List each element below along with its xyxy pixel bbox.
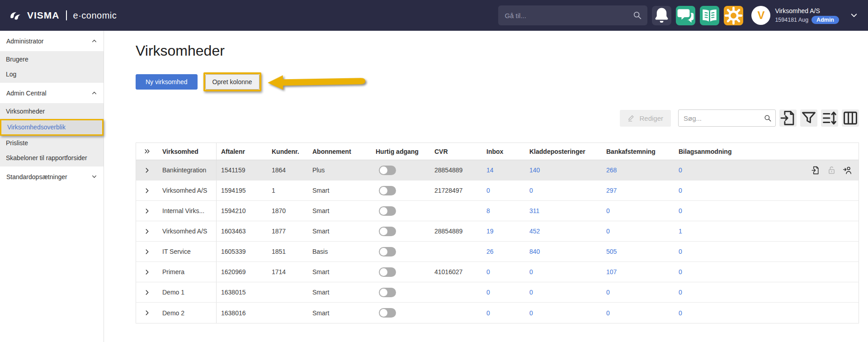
chevron-right-icon[interactable] xyxy=(144,309,151,316)
kladdeposteringer-link[interactable]: 452 xyxy=(529,228,540,235)
file-import-icon[interactable] xyxy=(811,166,821,175)
chevron-right-icon[interactable] xyxy=(144,289,151,296)
search-icon[interactable] xyxy=(632,10,642,20)
hurtig-adgang-toggle[interactable] xyxy=(379,166,396,175)
bilagsanmodning-link[interactable]: 0 xyxy=(679,268,682,276)
chevron-down-icon[interactable] xyxy=(850,11,858,19)
bankafstemning-link[interactable]: 297 xyxy=(606,187,617,194)
help-book-button[interactable] xyxy=(700,6,719,25)
sidebar-item-brugere[interactable]: Brugere xyxy=(0,52,104,67)
bankafstemning-link[interactable]: 268 xyxy=(606,166,617,174)
kladdeposteringer-link[interactable]: 0 xyxy=(529,289,533,296)
table-row[interactable]: Primera16209691714Smart41016027001070 xyxy=(136,262,859,282)
hurtig-adgang-toggle[interactable] xyxy=(379,247,396,256)
sidebar-item-skabeloner-til-rapportforsider[interactable]: Skabeloner til rapportforsider xyxy=(0,151,104,166)
inbox-link[interactable]: 0 xyxy=(486,289,490,296)
cell-hurtig-adgang xyxy=(371,247,430,256)
table-row[interactable]: Demo 11638015Smart0000 xyxy=(136,282,859,303)
opret-kolonne-button[interactable]: Opret kolonne xyxy=(205,74,259,90)
column-header-inbox: Inbox xyxy=(482,148,525,155)
sidebar-header-admin-central[interactable]: Admin Central xyxy=(0,83,104,103)
ny-virksomhed-button[interactable]: Ny virksomhed xyxy=(136,74,198,90)
chevron-right-icon[interactable] xyxy=(144,269,151,276)
table-row[interactable]: Bankintegration15411591864Plus2885488914… xyxy=(136,160,859,180)
hurtig-adgang-toggle[interactable] xyxy=(379,308,396,318)
table-search-input[interactable] xyxy=(678,109,776,127)
cell-hurtig-adgang xyxy=(371,288,430,297)
kladdeposteringer-link[interactable]: 0 xyxy=(529,309,533,317)
chevron-right-icon[interactable] xyxy=(144,187,151,194)
inbox-link[interactable]: 0 xyxy=(486,268,490,276)
bilagsanmodning-link[interactable]: 1 xyxy=(679,228,682,235)
kladdeposteringer-link[interactable]: 311 xyxy=(529,207,539,214)
cell-aftalenr: 1541159 xyxy=(217,166,267,174)
kladdeposteringer-link[interactable]: 0 xyxy=(529,187,533,194)
sidebar-item-log[interactable]: Log xyxy=(0,67,104,82)
hurtig-adgang-toggle[interactable] xyxy=(379,227,396,236)
sidebar-item-virksomheder[interactable]: Virksomheder xyxy=(0,104,104,119)
hurtig-adgang-toggle[interactable] xyxy=(379,206,396,216)
sidebar-header-administrator[interactable]: Administrator xyxy=(0,31,104,51)
bilagsanmodning-link[interactable]: 0 xyxy=(679,309,682,317)
inbox-link[interactable]: 0 xyxy=(486,187,490,194)
filter-button[interactable] xyxy=(800,109,817,127)
columns-button[interactable] xyxy=(842,109,859,127)
bankafstemning-link[interactable]: 0 xyxy=(606,207,610,214)
table-row[interactable]: IT Service16053391851Basis268405050 xyxy=(136,242,859,262)
kladdeposteringer-link[interactable]: 840 xyxy=(529,248,540,255)
bilagsanmodning-link[interactable]: 0 xyxy=(679,248,682,255)
account-menu[interactable]: V Virksomhed A/S 1594181 Aug Admin xyxy=(751,6,839,25)
sidebar-item-virksomhedsoverblik[interactable]: Virksomhedsoverblik xyxy=(0,119,104,136)
sidebar-item-prisliste[interactable]: Prisliste xyxy=(0,136,104,151)
search-icon[interactable] xyxy=(764,114,772,122)
global-search-input[interactable] xyxy=(498,5,647,25)
companies-table: VirksomhedAftalenrKundenr.AbonnementHurt… xyxy=(136,142,859,323)
kladdeposteringer-link[interactable]: 0 xyxy=(529,268,533,276)
cell-virksomhed: Virksomhed A/S xyxy=(158,180,217,200)
sidebar-header-label: Standardopsætninger xyxy=(6,173,67,180)
bilagsanmodning-link[interactable]: 0 xyxy=(679,207,682,214)
inbox-link[interactable]: 0 xyxy=(486,309,490,317)
chat-button[interactable] xyxy=(676,6,695,25)
inbox-link[interactable]: 8 xyxy=(486,207,490,214)
bilagsanmodning-link[interactable]: 0 xyxy=(679,289,682,296)
hurtig-adgang-toggle[interactable] xyxy=(379,267,396,277)
double-chevron-icon[interactable] xyxy=(144,148,151,155)
row-height-button[interactable] xyxy=(821,109,838,127)
sidebar-header-standardopsætninger[interactable]: Standardopsætninger xyxy=(0,166,104,187)
bilagsanmodning-link[interactable]: 0 xyxy=(679,187,682,194)
hurtig-adgang-toggle[interactable] xyxy=(379,288,396,297)
settings-button[interactable] xyxy=(724,6,743,25)
cell-inbox: 14 xyxy=(482,166,525,174)
inbox-link[interactable]: 14 xyxy=(486,166,494,174)
table-row[interactable]: Internal Virks...15942101870Smart831100 xyxy=(136,201,859,221)
kladdeposteringer-link[interactable]: 140 xyxy=(529,166,540,174)
bankafstemning-link[interactable]: 0 xyxy=(606,309,610,317)
bankafstemning-link[interactable]: 107 xyxy=(606,268,617,276)
export-button[interactable] xyxy=(779,109,797,127)
table-row[interactable]: Virksomhed A/S15941951Smart2172849700297… xyxy=(136,180,859,201)
inbox-link[interactable]: 26 xyxy=(486,248,494,255)
bilagsanmodning-link[interactable]: 0 xyxy=(679,166,682,174)
hurtig-adgang-toggle[interactable] xyxy=(379,186,396,195)
expand-row-cell xyxy=(136,187,158,194)
bankafstemning-link[interactable]: 0 xyxy=(606,289,610,296)
annotation-arrow-icon xyxy=(264,72,368,92)
user-switch-icon[interactable] xyxy=(843,166,852,175)
inbox-link[interactable]: 19 xyxy=(486,228,494,235)
chevron-right-icon[interactable] xyxy=(144,248,151,255)
bankafstemning-link[interactable]: 0 xyxy=(606,228,610,235)
chevron-right-icon[interactable] xyxy=(144,228,151,235)
topbar: VISMA e·conomic V Virksomhed A/S 1594181… xyxy=(0,0,868,31)
chevron-right-icon[interactable] xyxy=(144,167,151,174)
bankafstemning-link[interactable]: 505 xyxy=(606,248,617,255)
table-row[interactable]: Demo 21638016Smart0000 xyxy=(136,303,859,323)
rediger-button[interactable]: Rediger xyxy=(620,110,671,127)
chevron-right-icon[interactable] xyxy=(144,208,151,214)
notifications-button[interactable] xyxy=(652,6,671,25)
table-row[interactable]: Virksomhed A/S16034631877Smart2885488919… xyxy=(136,221,859,242)
lock-icon[interactable] xyxy=(827,166,836,175)
cell-inbox: 26 xyxy=(482,248,525,255)
global-search xyxy=(498,5,647,25)
cell-aftalenr: 1605339 xyxy=(217,248,267,255)
